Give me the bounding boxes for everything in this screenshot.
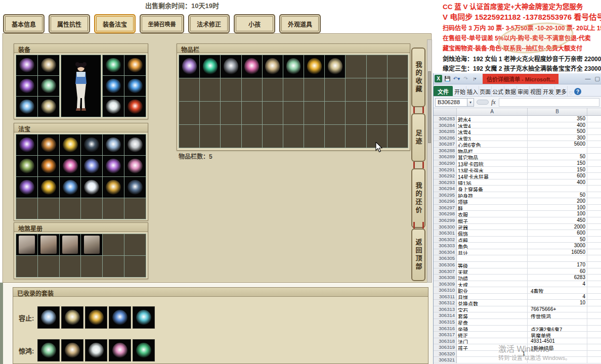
empty-slot[interactable]: [263, 102, 283, 124]
item-slot[interactable]: [103, 97, 124, 117]
cell-c[interactable]: [587, 135, 601, 142]
item-slot[interactable]: [81, 234, 102, 255]
empty-slot[interactable]: [200, 125, 220, 148]
item-slot[interactable]: [242, 55, 262, 78]
item-slot[interactable]: [16, 55, 37, 75]
cell-a[interactable]: 武器: [457, 224, 528, 231]
empty-slot[interactable]: [221, 102, 241, 124]
item-slot[interactable]: [179, 55, 199, 78]
minimize-button[interactable]: —: [585, 75, 591, 82]
row-header[interactable]: 306310: [434, 287, 457, 294]
cell-c[interactable]: [587, 192, 601, 199]
cell-b[interactable]: 6283: [528, 275, 587, 281]
ribbon-tab-开始[interactable]: 开始: [454, 86, 466, 96]
item-slot[interactable]: [124, 97, 146, 117]
select-all-corner[interactable]: [434, 108, 457, 115]
item-slot[interactable]: [325, 55, 345, 78]
empty-slot[interactable]: [242, 78, 262, 101]
empty-slot[interactable]: [325, 78, 345, 101]
redo-icon[interactable]: ↷: [462, 75, 469, 82]
cell-a[interactable]: 共计: [457, 249, 528, 256]
cell-c[interactable]: [587, 167, 601, 173]
row-header[interactable]: 306303: [434, 243, 457, 249]
empty-slot[interactable]: [388, 55, 408, 78]
cell-b[interactable]: 10: [528, 300, 587, 306]
item-slot[interactable]: [81, 134, 102, 155]
cell-c[interactable]: [587, 141, 601, 148]
name-box-dropdown-icon[interactable]: ▾: [467, 98, 474, 107]
cell-b[interactable]: 500: [528, 128, 587, 135]
side-tab-返回顶部[interactable]: 返回顶部: [411, 229, 425, 281]
empty-slot[interactable]: [103, 256, 124, 277]
empty-slot[interactable]: [388, 78, 408, 101]
cell-a[interactable]: 冰雪4: [457, 122, 528, 129]
side-tab-我的还价[interactable]: 我的还价: [411, 168, 425, 228]
ribbon-tab-页面[interactable]: 页面: [479, 86, 492, 96]
cell-c[interactable]: [587, 205, 601, 211]
empty-slot[interactable]: [103, 198, 124, 219]
item-slot[interactable]: [16, 97, 37, 117]
item-slot[interactable]: [200, 55, 220, 78]
empty-slot[interactable]: [60, 198, 81, 219]
help-icon[interactable]: ?: [574, 88, 581, 95]
cell-c[interactable]: [587, 255, 601, 262]
cell-c[interactable]: [587, 154, 601, 160]
row-header[interactable]: 306314: [434, 312, 457, 319]
set-item-slot[interactable]: [37, 339, 60, 361]
cell-a[interactable]: 护身符: [457, 192, 528, 199]
set-item-slot[interactable]: [85, 306, 107, 329]
cell-a[interactable]: 14星卡水狂暴: [457, 173, 528, 179]
empty-slot[interactable]: [283, 78, 304, 101]
row-header[interactable]: 306317: [434, 332, 457, 338]
cell-b[interactable]: 男魔单修: [528, 332, 587, 338]
cell-a[interactable]: [457, 255, 528, 262]
empty-slot[interactable]: [200, 78, 220, 101]
item-slot[interactable]: [81, 156, 102, 176]
cell-b[interactable]: 400: [528, 179, 587, 186]
cell-b[interactable]: 3000: [528, 243, 587, 249]
cell-c[interactable]: [587, 224, 601, 231]
cell-c[interactable]: [587, 357, 601, 363]
cell-c[interactable]: [587, 217, 601, 224]
cell-b[interactable]: 100: [528, 205, 587, 211]
row-header[interactable]: 306319: [434, 344, 457, 351]
cell-a[interactable]: 坐骑: [457, 326, 528, 332]
empty-slot[interactable]: [283, 102, 304, 124]
empty-slot[interactable]: [81, 198, 102, 219]
cell-b[interactable]: 60: [528, 268, 587, 275]
ribbon-tab-插入[interactable]: 插入: [466, 86, 479, 96]
item-slot[interactable]: [38, 134, 59, 155]
empty-slot[interactable]: [367, 78, 387, 101]
tab-属性抗性[interactable]: 属性抗性: [49, 14, 90, 33]
cell-c[interactable]: [587, 186, 601, 192]
empty-slot[interactable]: [325, 125, 345, 148]
tab-法术修正[interactable]: 法术修正: [188, 14, 230, 33]
row-header[interactable]: 306284: [434, 122, 457, 129]
item-slot[interactable]: [304, 55, 324, 78]
item-slot[interactable]: [283, 55, 304, 78]
item-slot[interactable]: [103, 134, 124, 155]
cell-a[interactable]: 冰雪4: [457, 128, 528, 135]
cell-a[interactable]: 冰雪3: [457, 135, 528, 142]
row-header[interactable]: 306301: [434, 230, 457, 237]
item-slot[interactable]: [38, 156, 59, 176]
cell-b[interactable]: [528, 186, 587, 192]
ribbon-tab-公式[interactable]: 公式: [492, 86, 504, 96]
item-slot[interactable]: [103, 177, 124, 198]
set-item-slot[interactable]: [61, 339, 83, 361]
cell-b[interactable]: 150: [528, 167, 587, 173]
item-slot[interactable]: [16, 234, 37, 255]
row-header[interactable]: 306304: [434, 249, 457, 256]
cell-a[interactable]: 大成: [457, 281, 528, 288]
cell-c[interactable]: [587, 116, 601, 122]
empty-slot[interactable]: [38, 256, 59, 277]
row-header[interactable]: 306321: [434, 357, 457, 363]
item-slot[interactable]: [60, 156, 81, 176]
cell-b[interactable]: 76675666+: [528, 306, 587, 313]
cell-a[interactable]: 修正: [457, 332, 528, 338]
cell-a[interactable]: 身上穿装备: [457, 186, 528, 192]
cell-a[interactable]: 天赋: [457, 268, 528, 275]
cell-c[interactable]: [587, 326, 601, 332]
ribbon-tab-审阅[interactable]: 审阅: [517, 86, 530, 96]
cell-b[interactable]: 4: [528, 281, 587, 288]
